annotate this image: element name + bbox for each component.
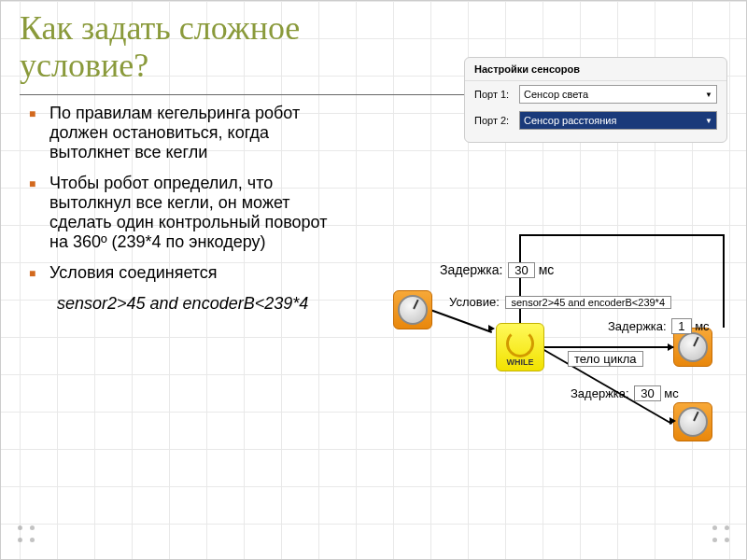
slide-corner-decoration bbox=[712, 525, 729, 542]
wire bbox=[543, 346, 673, 348]
condition-value[interactable]: sensor2>45 and encoderB<239*4 bbox=[505, 296, 672, 309]
port2-dropdown[interactable]: Сенсор расстояния ▼ bbox=[519, 111, 717, 130]
bullet-item: Условия соединяется bbox=[29, 263, 337, 283]
slide: Как задать сложное условие? По правилам … bbox=[0, 0, 747, 560]
stopwatch-icon bbox=[398, 295, 428, 325]
port2-value: Сенсор расстояния bbox=[524, 115, 616, 126]
delay3-value[interactable]: 30 bbox=[634, 385, 660, 401]
delay2-label: Задержка: 1 мс bbox=[608, 318, 710, 334]
arrow-icon bbox=[668, 343, 674, 351]
chevron-down-icon: ▼ bbox=[705, 91, 712, 99]
sensor-settings-panel: Настройки сенсоров Порт 1: Сенсор света … bbox=[464, 57, 727, 143]
stopwatch-icon bbox=[678, 332, 708, 362]
delay1-value[interactable]: 30 bbox=[508, 262, 534, 278]
wire bbox=[519, 234, 521, 323]
arrow-icon bbox=[488, 325, 495, 332]
loop-body-label: тело цикла bbox=[566, 351, 643, 367]
bullet-item: Чтобы робот определил, что вытолкнул все… bbox=[29, 174, 337, 252]
stopwatch-icon bbox=[678, 407, 708, 437]
port1-value: Сенсор света bbox=[524, 89, 588, 100]
delay1-label: Задержка: 30 мс bbox=[440, 262, 554, 278]
condition-label: Условие: sensor2>45 and encoderB<239*4 bbox=[449, 295, 671, 309]
title-line-2: условие? bbox=[20, 47, 148, 84]
port1-label: Порт 1: bbox=[474, 89, 514, 100]
bullet-list: По правилам кегельринга робот должен ост… bbox=[29, 104, 337, 314]
timer-block-end[interactable] bbox=[673, 402, 712, 441]
chevron-down-icon: ▼ bbox=[705, 117, 712, 125]
wire bbox=[723, 234, 725, 328]
timer-block-start[interactable] bbox=[393, 290, 432, 329]
bullet-item: По правилам кегельринга робот должен ост… bbox=[29, 104, 337, 162]
loop-icon bbox=[506, 329, 534, 357]
condition-text: sensor2>45 and encoderB<239*4 bbox=[57, 294, 337, 314]
delay3-label: Задержка: 30 мс bbox=[571, 385, 679, 401]
delay2-value[interactable]: 1 bbox=[671, 318, 691, 334]
while-block[interactable]: WHILE bbox=[496, 323, 544, 371]
port1-dropdown[interactable]: Сенсор света ▼ bbox=[519, 85, 717, 104]
arrow-icon bbox=[669, 417, 676, 425]
slide-corner-decoration bbox=[18, 525, 35, 542]
title-line-1: Как задать сложное bbox=[20, 9, 300, 47]
slide-title: Как задать сложное условие? bbox=[20, 10, 300, 84]
sensor-port1-row: Порт 1: Сенсор света ▼ bbox=[465, 81, 726, 107]
sensor-panel-header: Настройки сенсоров bbox=[465, 58, 726, 81]
sensor-port2-row: Порт 2: Сенсор расстояния ▼ bbox=[465, 107, 726, 133]
wire bbox=[519, 234, 725, 236]
while-label: WHILE bbox=[497, 357, 543, 367]
port2-label: Порт 2: bbox=[474, 115, 514, 126]
